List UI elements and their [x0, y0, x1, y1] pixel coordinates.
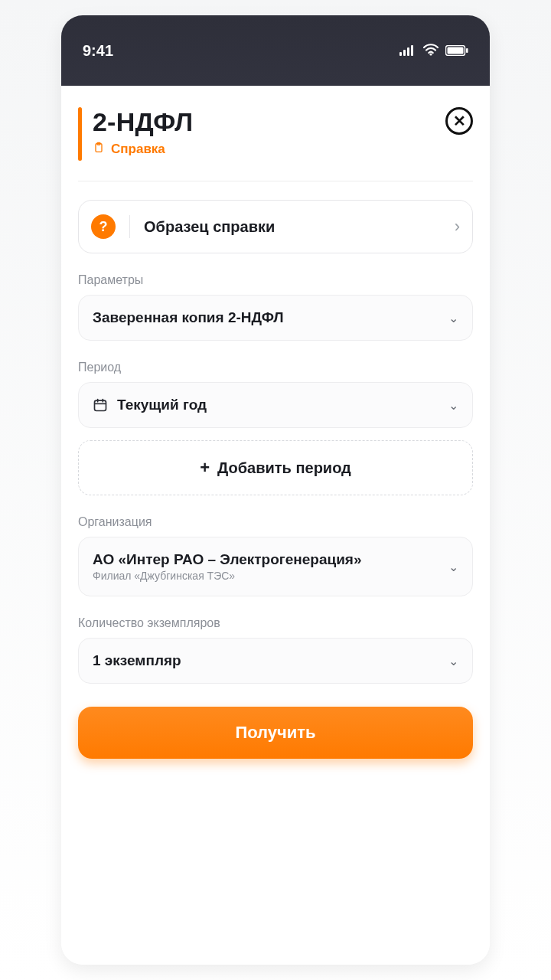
vertical-separator — [129, 215, 130, 238]
content-sheet: 2-НДФЛ Справка ✕ ? Образец справки — [61, 86, 490, 965]
question-icon: ? — [91, 214, 116, 239]
accent-bar — [78, 107, 82, 161]
chevron-down-icon: ⌄ — [448, 311, 458, 325]
org-label: Организация — [78, 515, 473, 529]
add-period-button[interactable]: + Добавить период — [78, 440, 473, 495]
device-frame: 9:41 2-НДФЛ — [0, 0, 551, 980]
battery-icon — [445, 42, 468, 60]
submit-label: Получить — [235, 723, 315, 743]
svg-rect-0 — [399, 52, 402, 56]
chevron-down-icon: ⌄ — [448, 654, 458, 668]
svg-rect-7 — [466, 48, 468, 53]
divider — [78, 181, 473, 181]
copies-value: 1 экземпляр — [93, 652, 448, 669]
page-title: 2-НДФЛ — [93, 107, 445, 137]
page-subtitle: Справка — [111, 142, 165, 157]
copies-label: Количество экземпляров — [78, 616, 473, 630]
params-label: Параметры — [78, 273, 473, 287]
org-value: АО «Интер РАО – Электрогенерация» — [93, 551, 448, 568]
add-period-label: Добавить период — [217, 459, 351, 477]
chevron-down-icon: ⌄ — [448, 560, 458, 574]
phone-frame: 9:41 2-НДФЛ — [61, 15, 490, 965]
cellular-icon — [399, 42, 416, 60]
period-value: Текущий год — [117, 397, 448, 413]
chevron-right-icon: › — [455, 217, 460, 237]
header: 2-НДФЛ Справка ✕ — [78, 107, 473, 161]
close-icon: ✕ — [453, 113, 466, 129]
close-button[interactable]: ✕ — [445, 107, 473, 135]
svg-rect-3 — [411, 45, 413, 56]
sample-reference-label: Образец справки — [144, 218, 455, 236]
status-time: 9:41 — [83, 42, 113, 60]
status-bar: 9:41 — [61, 15, 490, 86]
clipboard-icon — [93, 142, 105, 157]
period-label: Период — [78, 361, 473, 374]
status-indicators — [399, 42, 468, 60]
copies-select[interactable]: 1 экземпляр ⌄ — [78, 638, 473, 684]
params-value: Заверенная копия 2-НДФЛ — [93, 309, 448, 326]
svg-rect-6 — [448, 47, 464, 54]
period-select[interactable]: Текущий год ⌄ — [78, 382, 473, 428]
svg-rect-2 — [407, 47, 409, 56]
svg-rect-10 — [95, 400, 106, 410]
submit-button[interactable]: Получить — [78, 707, 473, 759]
title-block: 2-НДФЛ Справка — [93, 107, 445, 157]
org-select[interactable]: АО «Интер РАО – Электрогенерация» Филиал… — [78, 537, 473, 596]
svg-rect-1 — [403, 50, 406, 56]
chevron-down-icon: ⌄ — [448, 398, 458, 413]
svg-point-4 — [429, 53, 432, 55]
subtitle-row: Справка — [93, 142, 445, 157]
org-branch: Филиал «Джубгинская ТЭС» — [93, 570, 448, 582]
plus-icon: + — [200, 458, 210, 478]
params-select[interactable]: Заверенная копия 2-НДФЛ ⌄ — [78, 295, 473, 341]
wifi-icon — [422, 42, 439, 60]
sample-reference-button[interactable]: ? Образец справки › — [78, 200, 473, 253]
calendar-icon — [93, 397, 108, 413]
